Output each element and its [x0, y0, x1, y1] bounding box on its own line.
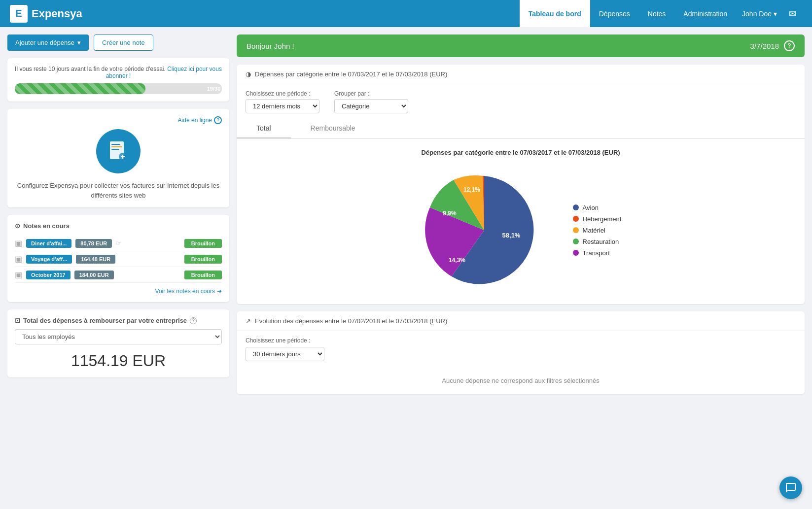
- chart-card: ◑ Dépenses par catégorie entre le 07/03/…: [237, 65, 805, 304]
- user-menu[interactable]: John Doe ▾: [736, 6, 783, 22]
- note-doc-icon-1: ▣: [15, 238, 22, 248]
- svg-text:9,9%: 9,9%: [443, 210, 457, 217]
- legend-transport: Transport: [573, 249, 622, 257]
- header: E Expensya Tableau de bord Dépenses Note…: [0, 0, 812, 27]
- total-card-title: ⊡ Total des dépenses à rembourser par vo…: [15, 317, 222, 324]
- tab-remboursable[interactable]: Remboursable: [291, 119, 375, 138]
- svg-text:14,3%: 14,3%: [449, 257, 465, 264]
- pie-chart-svg: 58,1% 14,3% 9,9% 12,1%: [420, 166, 548, 294]
- right-panel: Bonjour John ! 3/7/2018 ? ◑ Dépenses par…: [237, 34, 805, 502]
- trial-progress-bar: 19/30 Jours: [15, 83, 222, 94]
- group-select[interactable]: Catégorie: [334, 99, 408, 113]
- config-card: Aide en ligne ? Configurez Expensya pour…: [7, 109, 229, 207]
- legend-dot-hebergement: [573, 216, 579, 222]
- legend-hebergement: Hébergement: [573, 215, 622, 223]
- logo[interactable]: E Expensya: [10, 5, 82, 23]
- action-buttons: Ajouter une dépense ▾ Créer une note: [7, 34, 229, 51]
- chevron-down-icon: ▾: [774, 10, 777, 18]
- config-icon: [96, 129, 141, 173]
- svg-text:12,1%: 12,1%: [463, 186, 480, 193]
- mail-icon[interactable]: ✉: [783, 4, 802, 23]
- svg-rect-2: [111, 146, 122, 147]
- logo-icon: E: [10, 5, 28, 23]
- legend-dot-materiel: [573, 227, 579, 233]
- note-status-2: Brouillon: [184, 255, 222, 264]
- trial-progress-label: 19/30 Jours: [118, 86, 222, 92]
- note-amount-1: 80,78 EUR: [75, 239, 112, 248]
- chart-header: ◑ Dépenses par catégorie entre le 07/03/…: [237, 65, 805, 84]
- notes-en-cours-card: ⊙ Notes en cours ▣ Diner d'affai... 80,7…: [7, 215, 229, 302]
- nav-notes[interactable]: Notes: [639, 0, 675, 27]
- left-panel: Ajouter une dépense ▾ Créer une note Il …: [7, 34, 229, 502]
- main-nav: Tableau de bord Dépenses Notes Administr…: [520, 0, 802, 27]
- trend-icon: ↗: [246, 317, 251, 325]
- legend-materiel: Matériel: [573, 227, 622, 234]
- arrow-right-icon: ➔: [217, 288, 222, 295]
- greeting-date: 3/7/2018: [750, 42, 779, 50]
- note-row-1[interactable]: ▣ Diner d'affai... 80,78 EUR ☞ Brouillon: [15, 236, 222, 251]
- evolution-card: ↗ Evolution des dépenses entre le 07/02/…: [237, 311, 805, 394]
- period-select[interactable]: 12 derniers mois: [246, 99, 319, 113]
- note-row-3[interactable]: ▣ October 2017 184,00 EUR Brouillon: [15, 267, 222, 283]
- add-expense-button[interactable]: Ajouter une dépense ▾: [7, 34, 89, 51]
- chat-button[interactable]: [779, 476, 802, 499]
- note-doc-icon-3: ▣: [15, 270, 22, 279]
- create-note-button[interactable]: Créer une note: [94, 34, 153, 51]
- total-help-icon[interactable]: ?: [190, 317, 197, 324]
- app-name: Expensya: [32, 7, 82, 20]
- document-icon: [106, 139, 131, 164]
- voir-notes-link[interactable]: Voir les notes en cours ➔: [15, 288, 222, 295]
- clock-icon: ⊙: [15, 222, 20, 230]
- legend-restauration: Restauration: [573, 238, 622, 245]
- nav-tableau-de-bord[interactable]: Tableau de bord: [520, 0, 590, 27]
- group-filter: Grouper par : Catégorie: [334, 90, 408, 113]
- dropdown-arrow-icon: ▾: [77, 39, 81, 46]
- chart-tabs: Total Remboursable: [237, 119, 805, 139]
- evolution-empty-message: Aucune dépense ne correspond aux filtres…: [237, 367, 805, 394]
- note-name-3: October 2017: [26, 271, 71, 279]
- svg-rect-1: [111, 144, 120, 145]
- aide-link[interactable]: Aide en ligne ?: [15, 116, 222, 124]
- main-container: Ajouter une dépense ▾ Créer une note Il …: [0, 27, 812, 509]
- chart-legend: Avion Hébergement Matériel Restaura: [573, 204, 622, 257]
- greeting-help-icon[interactable]: ?: [784, 40, 795, 51]
- period-filter: Choisissez une période : 12 derniers moi…: [246, 90, 319, 113]
- camera-icon: ⊡: [15, 317, 20, 324]
- evo-period-label: Choisissez une période :: [246, 337, 796, 344]
- total-amount: 1154.19 EUR: [15, 352, 222, 370]
- legend-dot-avion: [573, 204, 579, 210]
- group-label: Grouper par :: [334, 90, 408, 97]
- legend-dot-restauration: [573, 238, 579, 244]
- employee-select[interactable]: Tous les employés: [15, 329, 222, 344]
- note-row-2[interactable]: ▣ Voyage d'aff... 164,48 EUR Brouillon: [15, 251, 222, 267]
- tab-total[interactable]: Total: [237, 119, 291, 138]
- evo-period-select[interactable]: 30 derniers jours: [246, 347, 324, 361]
- note-doc-icon-2: ▣: [15, 254, 22, 264]
- evolution-filters: Choisissez une période : 30 derniers jou…: [237, 331, 805, 367]
- chart-content: Dépenses par catégorie entre le 07/03/20…: [237, 139, 805, 304]
- note-name-1: Diner d'affai...: [26, 239, 71, 248]
- note-amount-2: 164,48 EUR: [76, 255, 115, 264]
- help-icon: ?: [214, 116, 222, 124]
- notes-card-title: ⊙ Notes en cours: [15, 222, 222, 230]
- chart-filters: Choisissez une période : 12 derniers moi…: [237, 84, 805, 119]
- chart-title: Dépenses par catégorie entre le 07/03/20…: [421, 149, 620, 156]
- note-amount-3: 184,00 EUR: [74, 271, 114, 279]
- config-description: Configurez Expensya pour collecter vos f…: [15, 181, 222, 200]
- cursor-icon: ☞: [116, 239, 122, 247]
- greeting-right: 3/7/2018 ?: [750, 40, 795, 51]
- legend-dot-transport: [573, 250, 579, 256]
- nav-depenses[interactable]: Dépenses: [590, 0, 639, 27]
- chat-icon: [785, 482, 797, 494]
- nav-administration[interactable]: Administration: [674, 0, 736, 27]
- total-depenses-card: ⊡ Total des dépenses à rembourser par vo…: [7, 309, 229, 377]
- legend-avion: Avion: [573, 204, 622, 211]
- note-name-2: Voyage d'aff...: [26, 255, 72, 264]
- trial-card: Il vous reste 10 jours avant la fin de v…: [7, 58, 229, 102]
- pie-chart-icon: ◑: [246, 70, 251, 78]
- evolution-header: ↗ Evolution des dépenses entre le 07/02/…: [237, 311, 805, 331]
- note-status-1: Brouillon: [184, 239, 222, 248]
- greeting-text: Bonjour John !: [247, 42, 294, 50]
- svg-text:58,1%: 58,1%: [502, 232, 520, 239]
- svg-rect-3: [111, 149, 119, 150]
